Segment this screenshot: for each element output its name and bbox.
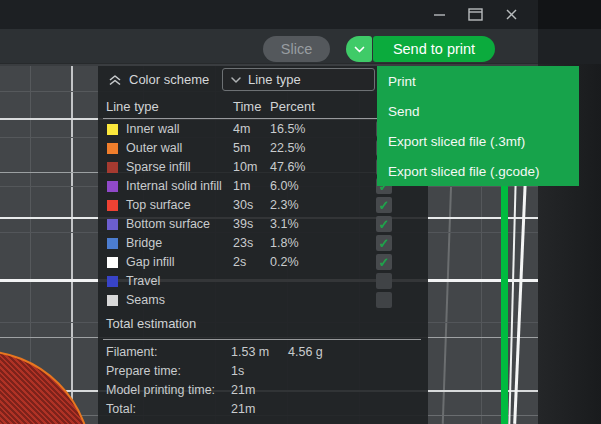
right-edge-strip — [538, 0, 601, 424]
row-label: Bridge — [126, 236, 162, 250]
color-swatch — [107, 295, 118, 306]
total-value: 21m — [231, 383, 255, 397]
color-swatch — [107, 257, 118, 268]
total-value: 1.53 m — [231, 345, 269, 359]
row-visibility-checkbox[interactable]: ✓ — [376, 235, 392, 251]
table-row: Top surface 30s 2.3% ✓ — [98, 196, 428, 215]
send-to-print-menu: Print Send Export sliced file (.3mf) Exp… — [377, 66, 579, 186]
column-percent: Percent — [270, 99, 315, 114]
row-percent: 6.0% — [270, 179, 299, 193]
view-mode-value: Line type — [248, 72, 301, 87]
send-dropdown-arrow-button[interactable] — [346, 36, 372, 62]
row-percent: 16.5% — [270, 122, 305, 136]
total-row: Total: 21m — [98, 400, 428, 419]
row-label: Inner wall — [126, 122, 180, 136]
color-swatch — [107, 219, 118, 230]
row-visibility-checkbox[interactable] — [376, 292, 392, 308]
row-time: 23s — [233, 236, 253, 250]
header-divider — [103, 118, 421, 119]
table-row: Travel — [98, 272, 428, 291]
row-label: Top surface — [126, 198, 191, 212]
row-percent: 47.6% — [270, 160, 305, 174]
color-swatch — [107, 162, 118, 173]
menu-item-send[interactable]: Send — [377, 96, 579, 126]
chevron-down-icon — [354, 46, 365, 53]
total-row: Model printing time: 21m — [98, 381, 428, 400]
table-row: Seams — [98, 291, 428, 310]
color-swatch — [107, 181, 118, 192]
table-row: Gap infill 2s 0.2% ✓ — [98, 253, 428, 272]
row-percent: 22.5% — [270, 141, 305, 155]
row-visibility-checkbox[interactable] — [376, 273, 392, 289]
title-bar — [0, 0, 538, 29]
right-edge-titlebar — [538, 0, 601, 29]
color-swatch — [107, 238, 118, 249]
row-label: Outer wall — [126, 141, 182, 155]
send-to-print-button[interactable]: Send to print — [373, 36, 495, 62]
total-value: 1s — [231, 364, 244, 378]
row-label: Travel — [126, 274, 160, 288]
row-visibility-checkbox[interactable]: ✓ — [376, 197, 392, 213]
total-row: Prepare time: 1s — [98, 362, 428, 381]
total-label: Model printing time: — [106, 383, 215, 397]
row-label: Internal solid infill — [126, 179, 222, 193]
slice-button[interactable]: Slice — [263, 36, 330, 62]
row-time: 5m — [233, 141, 250, 155]
row-label: Seams — [126, 293, 165, 307]
menu-item-print[interactable]: Print — [377, 66, 579, 96]
table-row: Bottom surface 39s 3.1% ✓ — [98, 215, 428, 234]
row-visibility-checkbox[interactable]: ✓ — [376, 216, 392, 232]
minimize-button[interactable] — [430, 6, 448, 24]
app-window: Slice Send to print Color scheme Line ty… — [0, 0, 601, 424]
menu-item-export-gcode[interactable]: Export sliced file (.gcode) — [377, 156, 579, 186]
row-label: Gap infill — [126, 255, 175, 269]
color-swatch — [107, 276, 118, 287]
row-time: 1m — [233, 179, 250, 193]
color-scheme-label: Color scheme — [129, 72, 209, 87]
total-label: Prepare time: — [106, 364, 181, 378]
restore-button[interactable] — [466, 6, 484, 24]
total-estimation-title: Total estimation — [106, 316, 196, 331]
collapse-panel-icon[interactable] — [106, 71, 124, 89]
view-mode-select[interactable]: Line type — [222, 68, 375, 91]
column-time: Time — [233, 99, 261, 114]
row-time: 10m — [233, 160, 257, 174]
row-time: 4m — [233, 122, 250, 136]
row-percent: 1.8% — [270, 236, 299, 250]
menu-item-export-3mf[interactable]: Export sliced file (.3mf) — [377, 126, 579, 156]
right-edge-toolbar — [538, 29, 601, 64]
total-label: Total: — [106, 402, 136, 416]
row-percent: 2.3% — [270, 198, 299, 212]
row-time: 30s — [233, 198, 253, 212]
top-toolbar: Slice Send to print — [0, 29, 538, 64]
row-time: 39s — [233, 217, 253, 231]
row-percent: 3.1% — [270, 217, 299, 231]
row-label: Bottom surface — [126, 217, 210, 231]
color-swatch — [107, 124, 118, 135]
total-value-2: 4.56 g — [288, 345, 323, 359]
total-row: Filament: 1.53 m 4.56 g — [98, 343, 428, 362]
sliced-model-preview[interactable] — [0, 350, 92, 424]
row-label: Sparse infill — [126, 160, 191, 174]
color-swatch — [107, 143, 118, 154]
table-row: Bridge 23s 1.8% ✓ — [98, 234, 428, 253]
column-line-type: Line type — [106, 99, 159, 114]
row-percent: 0.2% — [270, 255, 299, 269]
totals-divider — [103, 339, 421, 340]
total-label: Filament: — [106, 345, 157, 359]
close-button[interactable] — [502, 6, 520, 24]
row-time: 2s — [233, 255, 246, 269]
row-visibility-checkbox[interactable]: ✓ — [376, 254, 392, 270]
color-swatch — [107, 200, 118, 211]
total-value: 21m — [231, 402, 255, 416]
chevron-down-icon — [231, 77, 241, 83]
